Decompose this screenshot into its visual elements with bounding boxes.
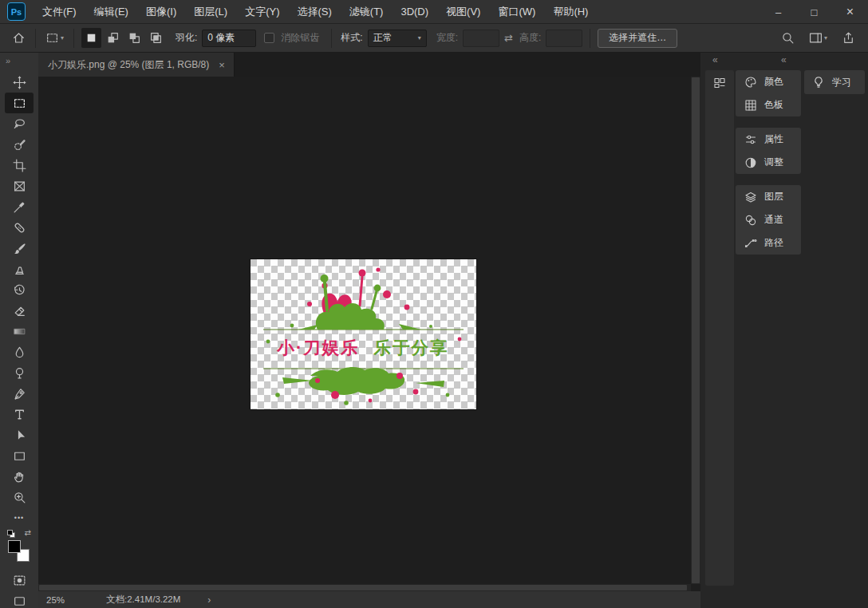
screen-mode-button[interactable] bbox=[5, 590, 34, 608]
brush-tool[interactable] bbox=[5, 238, 34, 259]
new-selection-button[interactable] bbox=[81, 28, 101, 48]
panel-tab-adjustments[interactable]: 调整 bbox=[736, 151, 801, 174]
feather-input[interactable] bbox=[202, 30, 256, 47]
quick-selection-tool[interactable] bbox=[5, 134, 34, 155]
artwork-headline: 小·刀娱乐 乐于分享 bbox=[276, 338, 448, 357]
eraser-tool[interactable] bbox=[5, 300, 34, 321]
artwork-image: 小·刀娱乐 乐于分享 bbox=[251, 259, 476, 409]
vertical-scrollbar[interactable] bbox=[691, 77, 700, 584]
menu-type[interactable]: 文字(Y) bbox=[236, 0, 288, 24]
blur-tool-icon bbox=[13, 345, 26, 359]
rectangle-tool[interactable] bbox=[5, 445, 34, 466]
horizontal-scrollbar[interactable] bbox=[38, 584, 691, 591]
share-icon[interactable] bbox=[842, 31, 855, 45]
crop-tool[interactable] bbox=[5, 155, 34, 176]
default-colors-icon[interactable] bbox=[7, 530, 15, 538]
menu-layer[interactable]: 图层(L) bbox=[185, 0, 236, 24]
menu-3d[interactable]: 3D(D) bbox=[392, 0, 437, 24]
chevron-down-icon: ▾ bbox=[824, 34, 827, 41]
quick-mask-button[interactable] bbox=[5, 570, 34, 590]
subtract-selection-button[interactable] bbox=[124, 28, 144, 48]
intersect-selection-icon bbox=[149, 31, 163, 45]
canvas-viewport[interactable]: 小·刀娱乐 乐于分享 bbox=[38, 77, 691, 584]
home-button[interactable] bbox=[10, 29, 28, 47]
rectangular-marquee-tool[interactable] bbox=[5, 93, 34, 113]
add-selection-button[interactable] bbox=[103, 28, 123, 48]
lasso-tool[interactable] bbox=[5, 113, 34, 134]
panel-tab-label: 图层 bbox=[764, 190, 783, 203]
vertical-scrollbar-thumb[interactable] bbox=[692, 77, 700, 583]
brush-tool-icon bbox=[13, 242, 26, 255]
close-button[interactable]: × bbox=[832, 0, 868, 24]
edit-toolbar-button[interactable]: ••• bbox=[5, 507, 34, 528]
menu-image[interactable]: 图像(I) bbox=[137, 0, 185, 24]
panel-tab-properties[interactable]: 属性 bbox=[736, 128, 801, 151]
zoom-tool[interactable] bbox=[5, 487, 34, 507]
menu-filter[interactable]: 滤镜(T) bbox=[341, 0, 393, 24]
zoom-tool-icon bbox=[13, 491, 26, 504]
tool-preset-button[interactable]: ▾ bbox=[43, 29, 66, 47]
feather-label: 羽化: bbox=[176, 31, 197, 45]
dodge-tool[interactable] bbox=[5, 362, 34, 383]
select-and-mask-button[interactable]: 选择并遮住… bbox=[598, 29, 677, 48]
status-expand-icon[interactable]: › bbox=[207, 594, 211, 606]
layers-panel-icon bbox=[744, 191, 757, 203]
style-select[interactable]: 正常 ▾ bbox=[368, 30, 427, 47]
collapsed-panel-button[interactable] bbox=[713, 77, 726, 89]
blur-tool[interactable] bbox=[5, 342, 34, 362]
workspace-button[interactable]: ▾ bbox=[807, 29, 830, 47]
eyedropper-tool[interactable] bbox=[5, 196, 34, 217]
panel-tab-paths[interactable]: 路径 bbox=[736, 231, 801, 255]
eyedropper-tool-icon bbox=[13, 200, 26, 214]
height-input[interactable] bbox=[546, 30, 582, 47]
antialias-label: 消除锯齿 bbox=[281, 31, 319, 45]
panel-tab-learn[interactable]: 学习 bbox=[804, 70, 865, 94]
panel-tab-swatches[interactable]: 色板 bbox=[736, 93, 801, 116]
tab-close-icon[interactable]: × bbox=[219, 59, 225, 71]
toolbar-expand-button[interactable]: » bbox=[6, 56, 9, 65]
separator bbox=[590, 29, 590, 48]
maximize-button[interactable]: □ bbox=[796, 0, 832, 24]
menu-help[interactable]: 帮助(H) bbox=[544, 0, 597, 24]
adjustments-panel-icon bbox=[744, 156, 757, 169]
document-tab[interactable]: 小刀娱乐.png @ 25% (图层 1, RGB/8) × bbox=[38, 53, 235, 77]
clone-stamp-tool[interactable] bbox=[5, 259, 34, 279]
menu-select[interactable]: 选择(S) bbox=[288, 0, 340, 24]
history-brush-tool[interactable] bbox=[5, 279, 34, 300]
document-canvas[interactable]: 小·刀娱乐 乐于分享 bbox=[251, 259, 476, 409]
panel-tab-color[interactable]: 颜色 bbox=[736, 70, 801, 93]
panel-tab-channels[interactable]: 通道 bbox=[736, 208, 801, 231]
type-tool[interactable] bbox=[5, 404, 34, 424]
menu-file[interactable]: 文件(F) bbox=[34, 0, 85, 24]
chevron-down-icon: ▾ bbox=[418, 34, 421, 41]
more-tools-icon: ••• bbox=[14, 514, 24, 522]
dock-collapse-button[interactable]: « bbox=[712, 54, 718, 65]
dock-collapse-button[interactable]: « bbox=[781, 54, 787, 65]
antialias-checkbox[interactable] bbox=[264, 33, 274, 43]
horizontal-scrollbar-thumb[interactable] bbox=[39, 585, 687, 590]
panel-tab-label: 学习 bbox=[832, 76, 851, 89]
foreground-background-colors[interactable]: ⇄ bbox=[5, 530, 34, 570]
menu-view[interactable]: 视图(V) bbox=[437, 0, 489, 24]
height-label: 高度: bbox=[519, 31, 541, 45]
path-selection-tool[interactable] bbox=[5, 424, 34, 445]
minimize-button[interactable]: – bbox=[760, 0, 796, 24]
swap-dimensions-icon[interactable]: ⇄ bbox=[504, 32, 513, 44]
pen-tool[interactable] bbox=[5, 383, 34, 404]
width-input[interactable] bbox=[463, 30, 499, 47]
frame-tool[interactable] bbox=[5, 176, 34, 196]
panel-tab-label: 通道 bbox=[764, 213, 783, 227]
search-icon[interactable] bbox=[781, 31, 795, 45]
zoom-level-field[interactable]: 25% bbox=[46, 595, 65, 605]
panel-tab-layers[interactable]: 图层 bbox=[736, 185, 801, 208]
menu-edit[interactable]: 编辑(E) bbox=[85, 0, 137, 24]
menu-window[interactable]: 窗口(W) bbox=[489, 0, 544, 24]
hand-tool[interactable] bbox=[5, 466, 34, 487]
move-tool[interactable] bbox=[5, 72, 34, 93]
gradient-tool[interactable] bbox=[5, 321, 34, 342]
swap-colors-icon[interactable]: ⇄ bbox=[25, 528, 31, 537]
spot-healing-brush-tool[interactable] bbox=[5, 217, 34, 238]
foreground-color-swatch[interactable] bbox=[8, 540, 21, 553]
style-select-value: 正常 bbox=[373, 31, 393, 45]
intersect-selection-button[interactable] bbox=[146, 28, 166, 48]
